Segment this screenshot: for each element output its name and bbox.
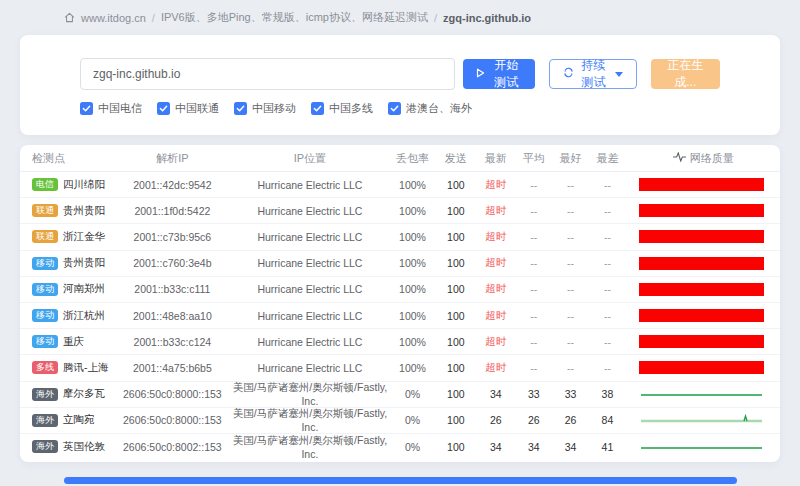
worst-latency: 38 — [588, 388, 626, 400]
sent-count: 100 — [435, 441, 477, 453]
worst-latency: -- — [588, 362, 626, 374]
packet-loss: 0% — [390, 388, 435, 400]
table-row: 移动 河南郑州 2001::b33c:c111 Hurricane Electr… — [20, 277, 780, 303]
carrier-filter-label: 中国移动 — [252, 101, 296, 116]
best-latency: -- — [553, 310, 589, 322]
node-name: 英国伦敦 — [63, 440, 105, 454]
quality-bad-bar — [639, 309, 764, 322]
latest-latency: 超时 — [477, 230, 515, 244]
sent-count: 100 — [435, 414, 477, 426]
worst-latency: -- — [588, 179, 626, 191]
carrier-badge: 联通 — [32, 204, 58, 217]
packet-loss: 100% — [390, 362, 435, 374]
ip-location: 美国/马萨诸塞州/奥尔斯顿/Fastly, Inc. — [230, 434, 390, 460]
carrier-badge: 移动 — [32, 309, 58, 322]
table-row: 多线 腾讯-上海 2001::4a75:b6b5 Hurricane Elect… — [20, 355, 780, 381]
ip-location: Hurricane Electric LLC — [230, 336, 390, 348]
quality-bad-bar — [639, 283, 764, 296]
worst-latency: -- — [588, 310, 626, 322]
network-quality-cell — [626, 309, 780, 322]
resolved-ip: 2001::4a75:b6b5 — [115, 362, 230, 374]
latest-latency: 超时 — [477, 335, 515, 349]
breadcrumb: www.itdog.cn / IPV6版、多地Ping、常规版、icmp协议、网… — [0, 0, 800, 25]
avg-latency: 34 — [515, 441, 553, 453]
carrier-filter-checkbox[interactable]: 中国移动 — [234, 101, 296, 116]
breadcrumb-target-host: zgq-inc.github.io — [443, 12, 531, 24]
quality-bad-bar — [639, 178, 764, 191]
ip-location: Hurricane Electric LLC — [230, 231, 390, 243]
best-latency: -- — [553, 362, 589, 374]
continuous-test-button[interactable]: 持续测试 — [549, 59, 636, 89]
start-test-button[interactable]: 开始测试 — [463, 59, 535, 89]
generating-label: 正在生成... — [664, 57, 707, 91]
resolved-ip: 2001::b33c:c124 — [115, 336, 230, 348]
sent-count: 100 — [435, 179, 477, 191]
table-row: 海外 摩尔多瓦 2606:50c0:8000::153 美国/马萨诸塞州/奥尔斯… — [20, 382, 780, 408]
carrier-filter-label: 中国联通 — [175, 101, 219, 116]
latest-latency: 超时 — [477, 282, 515, 296]
sent-count: 100 — [435, 310, 477, 322]
header-ip: 解析IP — [115, 151, 230, 166]
test-control-card: 开始测试 持续测试 正在生成... 中国电信 中国联通 中国移动 — [20, 35, 780, 135]
carrier-filter-checkbox[interactable]: 中国多线 — [311, 101, 373, 116]
carrier-badge: 电信 — [32, 178, 58, 191]
avg-latency: 33 — [515, 388, 553, 400]
packet-loss: 100% — [390, 257, 435, 269]
carrier-badge: 移动 — [32, 257, 58, 270]
carrier-filter-checkbox[interactable]: 港澳台、海外 — [388, 101, 472, 116]
header-quality-label: 网络质量 — [690, 151, 734, 166]
checkbox-checked-icon — [157, 102, 170, 115]
carrier-filter-checkbox[interactable]: 中国联通 — [157, 101, 219, 116]
checkbox-checked-icon — [234, 102, 247, 115]
checkbox-checked-icon — [311, 102, 324, 115]
header-node: 检测点 — [20, 151, 115, 166]
worst-latency: -- — [588, 283, 626, 295]
header-avg: 平均 — [515, 151, 553, 166]
latest-latency: 超时 — [477, 309, 515, 323]
resolved-ip: 2001::48e8:aa10 — [115, 310, 230, 322]
best-latency: 33 — [553, 388, 589, 400]
carrier-badge: 海外 — [32, 440, 58, 453]
sent-count: 100 — [435, 283, 477, 295]
resolved-ip: 2001::c760:3e4b — [115, 257, 230, 269]
breadcrumb-test-name[interactable]: IPV6版、多地Ping、常规版、icmp协议、网络延迟测试 — [161, 10, 428, 25]
carrier-badge: 移动 — [32, 283, 58, 296]
pulse-icon — [673, 152, 686, 164]
latency-sparkline — [639, 387, 764, 401]
carrier-badge: 移动 — [32, 335, 58, 348]
worst-latency: -- — [588, 336, 626, 348]
header-loss: 丢包率 — [390, 151, 435, 166]
latest-latency: 超时 — [477, 178, 515, 192]
network-quality-cell — [626, 257, 780, 270]
table-row: 联通 贵州贵阳 2001::1f0d:5422 Hurricane Electr… — [20, 198, 780, 224]
resolved-ip: 2606:50c0:8000::153 — [115, 414, 230, 426]
best-latency: -- — [553, 283, 589, 295]
sent-count: 100 — [435, 231, 477, 243]
node-name: 立陶宛 — [63, 413, 95, 427]
network-quality-cell — [626, 283, 780, 296]
breadcrumb-site[interactable]: www.itdog.cn — [81, 12, 146, 24]
avg-latency: -- — [515, 179, 553, 191]
node-name: 贵州贵阳 — [63, 256, 105, 270]
network-quality-cell — [626, 335, 780, 348]
quality-bad-bar — [639, 230, 764, 243]
node-name: 摩尔多瓦 — [63, 387, 105, 401]
best-latency: 34 — [553, 441, 589, 453]
header-best: 最好 — [553, 151, 589, 166]
carrier-badge: 联通 — [32, 230, 58, 243]
play-icon — [476, 67, 485, 81]
carrier-badge: 海外 — [32, 388, 58, 401]
packet-loss: 0% — [390, 414, 435, 426]
header-quality: 网络质量 — [626, 151, 780, 166]
node-name: 河南郑州 — [63, 282, 105, 296]
packet-loss: 0% — [390, 441, 435, 453]
loop-icon — [563, 67, 574, 81]
carrier-filter-checkbox[interactable]: 中国电信 — [80, 101, 142, 116]
avg-latency: -- — [515, 283, 553, 295]
node-name: 四川绵阳 — [63, 178, 105, 192]
test-progress-bar — [64, 477, 737, 484]
table-row: 移动 浙江杭州 2001::48e8:aa10 Hurricane Electr… — [20, 303, 780, 329]
node-name: 贵州贵阳 — [63, 204, 105, 218]
host-input[interactable] — [80, 58, 455, 90]
packet-loss: 100% — [390, 231, 435, 243]
